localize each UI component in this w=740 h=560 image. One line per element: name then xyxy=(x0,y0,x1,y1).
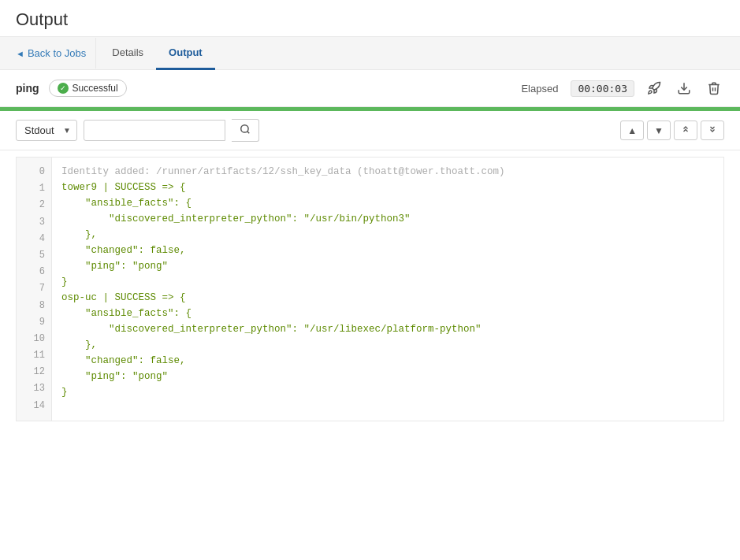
output-line: } xyxy=(61,384,714,400)
tab-output[interactable]: Output xyxy=(156,37,215,70)
output-line: } xyxy=(61,274,714,290)
line-numbers: 01234567891011121314 xyxy=(17,158,52,421)
line-number: 7 xyxy=(17,280,51,297)
line-number: 8 xyxy=(17,298,51,314)
line-number: 6 xyxy=(17,264,51,280)
back-to-jobs-link[interactable]: ◄ Back to Jobs xyxy=(16,38,96,69)
scroll-up-button[interactable]: ▲ xyxy=(620,121,644,140)
page-header: Output xyxy=(0,0,740,37)
output-line: "discovered_interpreter_python": "/usr/l… xyxy=(61,321,714,337)
line-number: 9 xyxy=(17,314,51,331)
line-number: 13 xyxy=(17,380,51,397)
line-number: 2 xyxy=(17,197,51,213)
output-line: "changed": false, xyxy=(61,353,714,369)
tab-details[interactable]: Details xyxy=(99,37,156,70)
job-actions: Elapsed 00:00:03 xyxy=(521,78,724,98)
output-line: "ansible_facts": { xyxy=(61,306,714,321)
status-label: Successful xyxy=(73,83,118,94)
rocket-button[interactable] xyxy=(644,78,664,98)
job-name: ping xyxy=(16,82,39,95)
output-controls: Stdout ▼ ▲ ▼ xyxy=(0,111,740,150)
svg-line-2 xyxy=(247,132,250,134)
back-to-jobs-label: Back to Jobs xyxy=(28,47,86,59)
scroll-top-button[interactable] xyxy=(674,121,697,140)
output-line: "discovered_interpreter_python": "/usr/b… xyxy=(61,211,714,227)
output-line: tower9 | SUCCESS => { xyxy=(61,180,714,195)
output-navigation: ▲ ▼ xyxy=(620,121,724,140)
stdout-select-wrapper: Stdout ▼ xyxy=(16,120,77,141)
delete-button[interactable] xyxy=(704,78,724,98)
output-line: }, xyxy=(61,337,714,353)
status-check-icon: ✓ xyxy=(58,83,69,94)
search-button[interactable] xyxy=(232,119,259,142)
output-line: "changed": false, xyxy=(61,243,714,258)
output-line: "ping": "pong" xyxy=(61,258,714,274)
job-bar: ping ✓ Successful Elapsed 00:00:03 xyxy=(0,70,740,107)
status-badge: ✓ Successful xyxy=(49,80,127,97)
svg-point-1 xyxy=(241,125,248,132)
output-line: }, xyxy=(61,227,714,243)
line-number: 1 xyxy=(17,180,51,197)
line-number: 4 xyxy=(17,231,51,247)
line-number: 0 xyxy=(17,164,51,180)
nav-bar: ◄ Back to Jobs Details Output xyxy=(0,37,740,70)
output-line: osp-uc | SUCCESS => { xyxy=(61,290,714,306)
output-line: Identity added: /runner/artifacts/12/ssh… xyxy=(61,164,714,180)
line-number: 3 xyxy=(17,214,51,231)
line-number: 11 xyxy=(17,347,51,364)
line-number: 5 xyxy=(17,247,51,264)
download-button[interactable] xyxy=(674,78,694,98)
scroll-bottom-button[interactable] xyxy=(701,121,724,140)
output-area: 01234567891011121314 Identity added: /ru… xyxy=(16,157,724,421)
output-content: Identity added: /runner/artifacts/12/ssh… xyxy=(52,158,723,421)
line-number: 12 xyxy=(17,364,51,380)
back-arrow-icon: ◄ xyxy=(16,49,24,58)
elapsed-value: 00:00:03 xyxy=(571,80,634,97)
scroll-down-button[interactable]: ▼ xyxy=(647,121,671,140)
output-line: "ansible_facts": { xyxy=(61,195,714,211)
output-line: "ping": "pong" xyxy=(61,369,714,384)
stdout-select[interactable]: Stdout xyxy=(16,120,77,141)
search-input[interactable] xyxy=(84,120,225,141)
elapsed-label: Elapsed xyxy=(521,83,558,95)
page-title: Output xyxy=(16,9,724,30)
line-number: 14 xyxy=(17,398,51,414)
line-number: 10 xyxy=(17,331,51,347)
